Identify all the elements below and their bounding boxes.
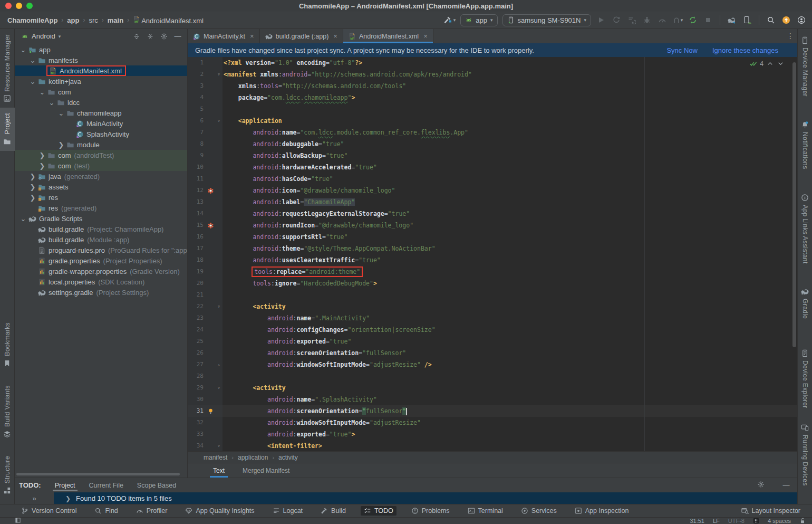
code-line[interactable]: 17 android:theme="@style/Theme.AppCompat… [188, 243, 797, 254]
tree-item[interactable]: local.properties(SDK Location) [15, 277, 187, 287]
code-line[interactable]: 4 package="com.ldcc.chamomileapp"> [188, 92, 797, 103]
tree-item[interactable]: ⌄manifests [15, 55, 187, 65]
tool-window-button-problems[interactable]: Problems [408, 506, 453, 516]
tree-item[interactable]: ❯java(generated) [15, 171, 187, 182]
code-editor[interactable]: 1<?xml version="1.0" encoding="utf-8"?>2… [188, 57, 797, 451]
tree-item[interactable]: res(generated) [15, 203, 187, 213]
chevron-down-icon[interactable] [777, 60, 785, 68]
xml-breadcrumb-item[interactable]: application [238, 454, 268, 461]
line-ending-widget[interactable]: LF [713, 518, 720, 524]
tab-options-button[interactable]: ⋮ [787, 32, 794, 40]
breadcrumb-item[interactable]: main [108, 16, 123, 24]
code-line[interactable]: 10 android:hardwareAccelerated="true" [188, 161, 797, 173]
breadcrumb-item[interactable]: app [67, 16, 79, 24]
chevron-right-icon[interactable]: ❯ [28, 183, 37, 191]
fold-marker-icon[interactable]: ▿ [215, 301, 223, 312]
code-line[interactable]: 5 [188, 103, 797, 115]
tool-window-button-device-manager[interactable]: Device Manager [798, 31, 812, 102]
tool-window-button-find[interactable]: Find [91, 506, 121, 516]
code-line[interactable]: 2▿<manifest xmlns:android="http://schema… [188, 69, 797, 80]
caret-position-widget[interactable]: 31:51 [690, 518, 704, 524]
tool-window-button-services[interactable]: Services [518, 506, 560, 516]
encoding-widget[interactable]: UTF-8 [728, 518, 745, 524]
tree-item[interactable]: ⌄app [15, 44, 187, 55]
tool-window-button-structure[interactable]: Structure [0, 451, 15, 500]
profile-avatar-button[interactable] [796, 15, 807, 25]
debug-button[interactable] [642, 15, 652, 25]
fold-marker-icon[interactable]: ▿ [215, 440, 223, 451]
code-line[interactable]: 15 android:roundIcon="@drawable/chamomil… [188, 220, 797, 231]
chevron-down-icon[interactable]: ⌄ [19, 215, 27, 223]
code-line[interactable]: 8 android:debuggable="true" [188, 138, 797, 150]
code-line[interactable]: 20 tools:ignore="HardcodedDebugMode"> [188, 278, 797, 289]
tool-window-switcher-button[interactable] [15, 517, 21, 524]
tree-item[interactable]: ❯com(androidTest) [15, 150, 187, 160]
tree-item[interactable]: MFAndroidManifest.xml [15, 65, 187, 76]
todo-scope-tab[interactable]: Scope Based [137, 480, 176, 491]
tool-window-button-build-variants[interactable]: Build Variants [0, 380, 15, 443]
code-line[interactable]: 32 android:windowSoftInputMode="adjustRe… [188, 417, 797, 428]
chevron-down-icon[interactable]: ⌄ [57, 109, 65, 117]
lock-open-icon[interactable] [799, 518, 806, 524]
run-button[interactable] [596, 15, 606, 25]
project-view-selector[interactable]: Android [32, 32, 55, 40]
tree-item[interactable]: gradle-wrapper.properties(Gradle Version… [15, 266, 187, 277]
breadcrumb-item[interactable]: ChamomileApp [7, 16, 57, 24]
code-line[interactable]: 3 xmlns:tools="http://schemas.android.co… [188, 80, 797, 92]
editor-tab[interactable]: build.gradle (:app)× [260, 29, 343, 43]
inspections-status-icon[interactable] [753, 518, 759, 524]
tool-window-button-gradle[interactable]: Gradle [798, 282, 812, 324]
fold-marker-icon[interactable]: ▵ [215, 359, 223, 370]
code-line[interactable]: 7 android:name="com.ldcc.module.common_r… [188, 127, 797, 138]
code-line[interactable]: 13 android:label="ChamomileApp" [188, 196, 797, 208]
indent-widget[interactable]: 4 spaces [768, 518, 791, 524]
code-line[interactable]: 31 android:screenOrientation="fullSensor… [188, 405, 797, 417]
fold-marker-icon[interactable]: ▿ [215, 69, 223, 80]
chevron-right-icon[interactable]: ❯ [38, 151, 46, 159]
breadcrumb-item[interactable]: src [89, 16, 98, 24]
tool-window-button-todo[interactable]: TODO [361, 506, 397, 516]
code-line[interactable]: 1<?xml version="1.0" encoding="utf-8"?> [188, 57, 797, 69]
xml-breadcrumb-item[interactable]: manifest [204, 454, 227, 461]
code-line[interactable]: 21 [188, 289, 797, 301]
tool-window-button-resource-manager[interactable]: Resource Manager [0, 29, 15, 108]
chevron-right-icon[interactable]: ❯ [28, 173, 37, 180]
tree-item[interactable]: build.gradle(Project: ChamomileApp) [15, 224, 187, 234]
apply-changes-button[interactable] [611, 15, 622, 25]
tree-item[interactable]: ❯res [15, 192, 187, 203]
code-line[interactable]: 26 android:screenOrientation="fullSensor… [188, 347, 797, 359]
chevron-down-icon[interactable]: ⌄ [47, 99, 56, 107]
tool-window-button-profiler[interactable]: Profiler [133, 506, 171, 516]
code-line[interactable]: 11 android:hasCode="true" [188, 173, 797, 185]
todo-expand-toolbar[interactable]: » [15, 492, 54, 504]
stop-button[interactable] [703, 15, 713, 25]
xml-breadcrumb-item[interactable]: activity [278, 454, 298, 461]
close-icon[interactable]: × [250, 32, 254, 40]
code-line[interactable]: 28 [188, 370, 797, 382]
tree-item[interactable]: gradle.properties(Project Properties) [15, 255, 187, 266]
close-icon[interactable]: × [423, 32, 428, 40]
tree-item[interactable]: MainActivity [15, 118, 187, 129]
tree-item[interactable]: build.gradle(Module :app) [15, 234, 187, 245]
tool-window-button-project[interactable]: Project [0, 108, 15, 150]
tree-item[interactable]: ⌄Gradle Scripts [15, 213, 187, 224]
manifest-view-tab[interactable]: Merged Manifest [243, 463, 289, 478]
code-line[interactable]: 23 android:name=".MainActivity" [188, 312, 797, 324]
tree-item[interactable]: ❯assets [15, 182, 187, 192]
code-line[interactable]: 18 android:usesCleartextTraffic="true" [188, 254, 797, 266]
expand-all-button[interactable] [131, 31, 142, 42]
code-line[interactable]: 33 android:exported="true"> [188, 428, 797, 440]
collapse-all-button[interactable] [145, 31, 156, 42]
todo-scope-tab[interactable]: Current File [89, 480, 123, 491]
run-config-select[interactable]: app▾ [460, 14, 497, 26]
tool-window-button-build[interactable]: Build [317, 506, 349, 516]
tool-window-button-bookmarks[interactable]: Bookmarks [0, 317, 15, 373]
tree-item[interactable]: SplashActivity [15, 129, 187, 139]
chevron-down-icon[interactable]: ⌄ [19, 46, 27, 54]
search-everywhere-button[interactable] [766, 15, 776, 25]
code-line[interactable]: 27▵ android:windowSoftInputMode="adjustR… [188, 359, 797, 370]
ignore-changes-link[interactable]: Ignore these changes [712, 46, 778, 54]
build-widget-button[interactable]: ▾ [443, 16, 456, 24]
tree-item[interactable]: ⌄ldcc [15, 97, 187, 108]
code-line[interactable]: 12 android:icon="@drawable/chamomile_log… [188, 185, 797, 196]
